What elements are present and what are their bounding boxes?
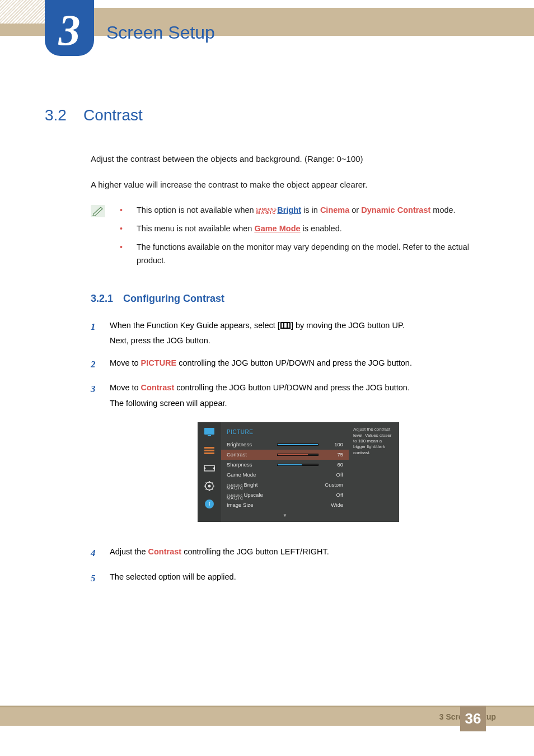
svg-line-15 (206, 489, 207, 490)
step-1: 1 When the Function Key Guide appears, s… (91, 318, 487, 349)
osd-side-help: Adjust the contrast level. Values closer… (349, 422, 399, 522)
section-intro-2: A higher value will increase the contras… (91, 178, 487, 192)
note-item-1: This option is not available when SAMSUN… (120, 204, 487, 217)
svg-rect-3 (204, 447, 214, 449)
svg-rect-5 (204, 452, 214, 454)
osd-body: PICTURE Brightness 100 Contrast 75 (221, 422, 349, 522)
note-item-2: This menu is not available when Game Mod… (120, 222, 487, 235)
chapter-number: 3 (59, 8, 81, 52)
svg-point-8 (208, 485, 211, 488)
page-number-badge: 36 (460, 706, 486, 731)
osd-row-image-size: Image Size Wide (221, 500, 349, 510)
osd-row-brightness: Brightness 100 (221, 440, 349, 450)
subsection-heading: 3.2.1 Configuring Contrast (91, 293, 487, 305)
game-mode-link[interactable]: Game Mode (254, 224, 300, 233)
page-number: 36 (465, 710, 481, 727)
subsection-title: Configuring Contrast (123, 293, 224, 305)
hatch-pattern (0, 0, 45, 24)
footer-bar: 3 Screen Setup 36 (0, 706, 534, 726)
osd-row-magic-bright: SAMSUNGMAGICBright Custom (221, 480, 349, 490)
step-list: 1 When the Function Key Guide appears, s… (91, 318, 487, 587)
osd-row-contrast: Contrast 75 (221, 450, 349, 460)
osd-down-arrow-icon: ▼ (221, 510, 349, 522)
note-item-3: The functions available on the monitor m… (120, 241, 487, 267)
section-heading: 3.2 Contrast (45, 106, 487, 124)
section-number: 3.2 (45, 106, 67, 124)
osd-header: PICTURE (221, 422, 349, 440)
bars-icon (204, 445, 215, 456)
chapter-title: Screen Setup (106, 22, 215, 43)
osd-row-sharpness: Sharpness 60 (221, 460, 349, 470)
svg-line-13 (206, 483, 207, 484)
step-4: 4 Adjust the Contrast controlling the JO… (91, 544, 487, 562)
subsection-number: 3.2.1 (91, 293, 113, 305)
svg-line-16 (212, 483, 213, 484)
step-5: 5 The selected option will be applied. (91, 570, 487, 587)
samsung-magic-logo: SAMSUNGMAGIC (256, 208, 277, 214)
osd-icon-column: i (198, 422, 221, 522)
step-2: 2 Move to PICTURE controlling the JOG bu… (91, 356, 487, 374)
svg-rect-2 (208, 435, 211, 436)
note-block: This option is not available when SAMSUN… (91, 204, 487, 273)
section-title: Contrast (83, 106, 143, 124)
svg-rect-1 (204, 428, 214, 435)
info-icon: i (204, 498, 215, 510)
gear-icon (204, 480, 215, 492)
svg-text:i: i (208, 501, 210, 507)
monitor-icon (204, 427, 215, 438)
pencil-icon (91, 205, 105, 217)
osd-row-magic-upscale: SAMSUNGMAGICUpscale Off (221, 490, 349, 500)
chapter-badge: 3 (45, 0, 94, 56)
svg-rect-4 (204, 450, 214, 451)
menu-icon (280, 322, 291, 329)
section-intro-1: Adjust the contrast between the objects … (91, 152, 487, 166)
svg-line-14 (212, 489, 213, 490)
pip-icon (204, 463, 215, 474)
note-bullets: This option is not available when SAMSUN… (120, 204, 487, 273)
step-3: 3 Move to Contrast controlling the JOG b… (91, 380, 487, 538)
osd-screenshot: i PICTURE Brightness 100 Contrast (198, 422, 399, 522)
osd-row-game-mode: Game Mode Off (221, 470, 349, 480)
bright-link[interactable]: Bright (277, 206, 301, 214)
